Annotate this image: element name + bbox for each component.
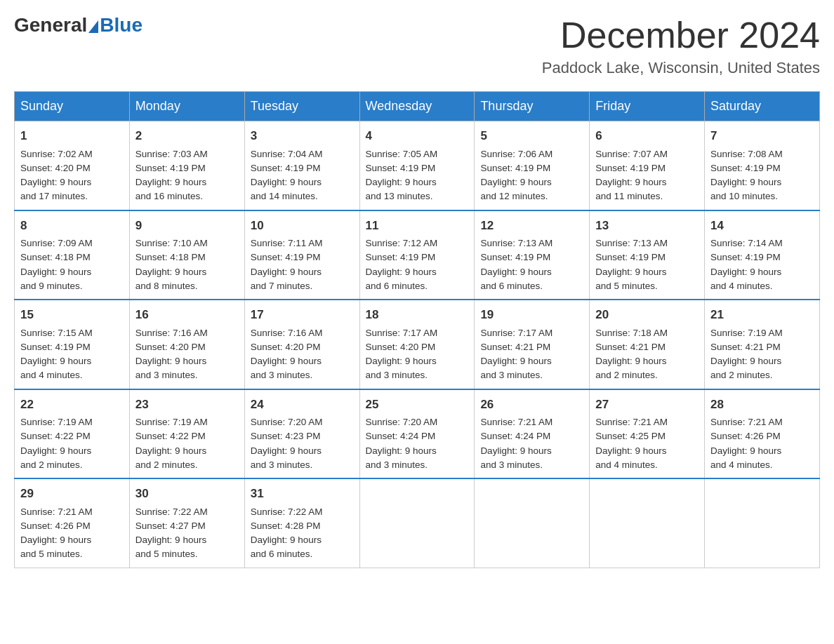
daylight-mins: and 4 minutes.	[595, 459, 658, 470]
sunset-text: Sunset: 4:19 PM	[480, 252, 550, 262]
daylight-hours: Daylight: 9 hours	[20, 177, 91, 187]
logo-arrow-icon	[88, 20, 98, 33]
daylight-hours: Daylight: 9 hours	[480, 356, 551, 366]
sunrise-text: Sunrise: 7:21 AM	[480, 417, 552, 427]
daylight-mins: and 14 minutes.	[251, 191, 318, 201]
table-row: 16Sunrise: 7:16 AMSunset: 4:20 PMDayligh…	[129, 300, 244, 389]
table-row	[359, 478, 475, 568]
sunrise-text: Sunrise: 7:04 AM	[251, 149, 323, 159]
sunrise-text: Sunrise: 7:13 AM	[595, 238, 668, 248]
sunset-text: Sunset: 4:28 PM	[251, 521, 321, 531]
daylight-mins: and 2 minutes.	[595, 370, 658, 380]
daylight-mins: and 13 minutes.	[366, 191, 433, 201]
table-row: 11Sunrise: 7:12 AMSunset: 4:19 PMDayligh…	[359, 210, 475, 300]
daylight-hours: Daylight: 9 hours	[251, 356, 322, 366]
daylight-hours: Daylight: 9 hours	[251, 535, 322, 545]
day-number: 12	[480, 217, 583, 235]
sunrise-text: Sunrise: 7:22 AM	[135, 507, 208, 517]
table-row: 2Sunrise: 7:03 AMSunset: 4:19 PMDaylight…	[129, 121, 244, 210]
day-number: 2	[135, 127, 239, 145]
sunset-text: Sunset: 4:22 PM	[20, 431, 91, 441]
daylight-mins: and 3 minutes.	[251, 370, 313, 380]
table-row: 21Sunrise: 7:19 AMSunset: 4:21 PMDayligh…	[705, 300, 820, 389]
calendar-week-row: 1Sunrise: 7:02 AMSunset: 4:20 PMDaylight…	[15, 121, 820, 210]
table-row: 27Sunrise: 7:21 AMSunset: 4:25 PMDayligh…	[590, 389, 705, 479]
sunrise-text: Sunrise: 7:06 AM	[480, 149, 552, 159]
day-number: 15	[20, 306, 124, 324]
sunrise-text: Sunrise: 7:19 AM	[135, 417, 208, 427]
day-number: 27	[595, 396, 699, 414]
sunrise-text: Sunrise: 7:09 AM	[20, 238, 93, 248]
day-number: 7	[710, 127, 814, 145]
daylight-hours: Daylight: 9 hours	[710, 445, 781, 456]
sunset-text: Sunset: 4:24 PM	[366, 431, 436, 441]
month-title: December 2024	[542, 14, 820, 56]
sunrise-text: Sunrise: 7:16 AM	[135, 328, 208, 338]
daylight-hours: Daylight: 9 hours	[366, 445, 437, 456]
sunrise-text: Sunrise: 7:16 AM	[251, 328, 323, 338]
daylight-hours: Daylight: 9 hours	[595, 445, 666, 456]
daylight-hours: Daylight: 9 hours	[135, 267, 206, 277]
table-row: 14Sunrise: 7:14 AMSunset: 4:19 PMDayligh…	[705, 210, 820, 300]
sunrise-text: Sunrise: 7:20 AM	[251, 417, 323, 427]
table-row: 3Sunrise: 7:04 AMSunset: 4:19 PMDaylight…	[244, 121, 359, 210]
day-number: 24	[251, 396, 354, 414]
daylight-mins: and 4 minutes.	[710, 459, 773, 470]
day-number: 22	[20, 396, 124, 414]
day-number: 17	[251, 306, 354, 324]
daylight-mins: and 3 minutes.	[366, 370, 428, 380]
logo: General Blue	[14, 14, 143, 36]
col-thursday: Thursday	[475, 92, 590, 121]
table-row	[590, 478, 705, 568]
calendar-week-row: 8Sunrise: 7:09 AMSunset: 4:18 PMDaylight…	[15, 210, 820, 300]
daylight-hours: Daylight: 9 hours	[366, 356, 437, 366]
sunset-text: Sunset: 4:19 PM	[480, 163, 550, 173]
sunrise-text: Sunrise: 7:21 AM	[710, 417, 783, 427]
day-number: 20	[595, 306, 699, 324]
sunrise-text: Sunrise: 7:21 AM	[20, 507, 93, 517]
daylight-hours: Daylight: 9 hours	[135, 177, 206, 187]
sunrise-text: Sunrise: 7:19 AM	[20, 417, 93, 427]
table-row: 5Sunrise: 7:06 AMSunset: 4:19 PMDaylight…	[475, 121, 590, 210]
sunset-text: Sunset: 4:18 PM	[135, 252, 206, 262]
sunset-text: Sunset: 4:27 PM	[135, 521, 206, 531]
table-row: 4Sunrise: 7:05 AMSunset: 4:19 PMDaylight…	[359, 121, 475, 210]
day-number: 30	[135, 485, 239, 503]
calendar-week-row: 15Sunrise: 7:15 AMSunset: 4:19 PMDayligh…	[15, 300, 820, 389]
day-number: 14	[710, 217, 814, 235]
daylight-hours: Daylight: 9 hours	[135, 535, 206, 545]
sunrise-text: Sunrise: 7:10 AM	[135, 238, 208, 248]
day-number: 8	[20, 217, 124, 235]
table-row: 29Sunrise: 7:21 AMSunset: 4:26 PMDayligh…	[15, 478, 130, 568]
daylight-hours: Daylight: 9 hours	[480, 267, 551, 277]
table-row: 18Sunrise: 7:17 AMSunset: 4:20 PMDayligh…	[359, 300, 475, 389]
sunrise-text: Sunrise: 7:19 AM	[710, 328, 783, 338]
table-row: 31Sunrise: 7:22 AMSunset: 4:28 PMDayligh…	[244, 478, 359, 568]
day-number: 13	[595, 217, 699, 235]
day-number: 25	[366, 396, 469, 414]
calendar-table: Sunday Monday Tuesday Wednesday Thursday…	[14, 91, 820, 568]
sunset-text: Sunset: 4:22 PM	[135, 431, 206, 441]
col-friday: Friday	[590, 92, 705, 121]
sunset-text: Sunset: 4:25 PM	[595, 431, 666, 441]
sunrise-text: Sunrise: 7:02 AM	[20, 149, 93, 159]
day-number: 23	[135, 396, 239, 414]
day-number: 1	[20, 127, 124, 145]
table-row: 10Sunrise: 7:11 AMSunset: 4:19 PMDayligh…	[244, 210, 359, 300]
sunset-text: Sunset: 4:21 PM	[710, 342, 781, 352]
table-row: 9Sunrise: 7:10 AMSunset: 4:18 PMDaylight…	[129, 210, 244, 300]
logo-blue-text: Blue	[100, 14, 143, 36]
daylight-mins: and 3 minutes.	[135, 370, 198, 380]
table-row: 24Sunrise: 7:20 AMSunset: 4:23 PMDayligh…	[244, 389, 359, 479]
sunrise-text: Sunrise: 7:11 AM	[251, 238, 323, 248]
day-number: 4	[366, 127, 469, 145]
day-number: 5	[480, 127, 583, 145]
table-row: 22Sunrise: 7:19 AMSunset: 4:22 PMDayligh…	[15, 389, 130, 479]
sunrise-text: Sunrise: 7:17 AM	[480, 328, 552, 338]
sunset-text: Sunset: 4:19 PM	[710, 163, 781, 173]
daylight-hours: Daylight: 9 hours	[251, 445, 322, 456]
day-number: 9	[135, 217, 239, 235]
daylight-mins: and 5 minutes.	[20, 549, 83, 559]
sunrise-text: Sunrise: 7:05 AM	[366, 149, 438, 159]
sunset-text: Sunset: 4:26 PM	[20, 521, 91, 531]
